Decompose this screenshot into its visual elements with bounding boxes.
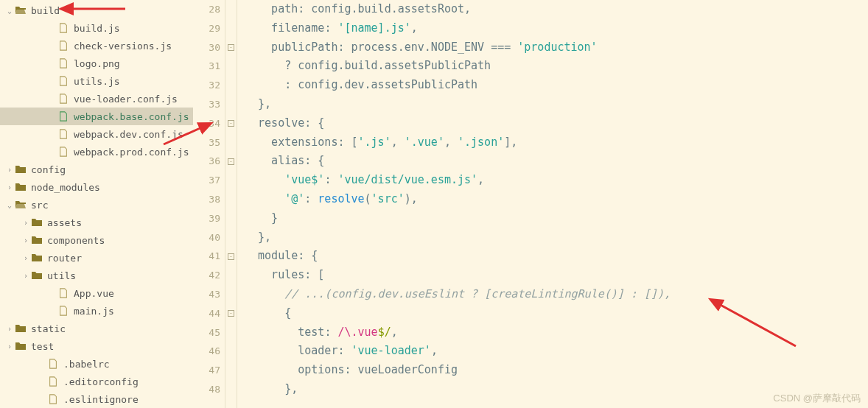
fold-cell[interactable] [225, 209, 237, 228]
fold-cell[interactable] [225, 361, 237, 380]
chevron-icon[interactable]: › [4, 183, 15, 191]
fold-cell[interactable]: - [225, 247, 237, 266]
code-line[interactable]: module: { [245, 247, 868, 266]
code-line[interactable]: } [245, 209, 868, 228]
token: rules [245, 268, 304, 281]
fold-cell[interactable]: - [225, 304, 237, 323]
tree-file-webpack.prod.conf.js[interactable]: webpack.prod.conf.js [0, 143, 193, 161]
tree-file-vue-loader.conf.js[interactable]: vue-loader.conf.js [0, 90, 193, 108]
chevron-icon[interactable]: ⌄ [4, 7, 15, 15]
chevron-icon[interactable]: › [21, 236, 31, 245]
code-line[interactable]: options: vueLoaderConfig [245, 361, 868, 380]
chevron-icon[interactable]: › [4, 166, 15, 174]
chevron-icon[interactable]: › [4, 325, 15, 333]
tree-folder-src[interactable]: ⌄src [0, 196, 193, 214]
token: === [491, 41, 517, 54]
tree-file-main.js[interactable]: main.js [0, 302, 193, 320]
code-line[interactable]: { [245, 304, 868, 323]
tree-file-build.js[interactable]: build.js [0, 19, 193, 37]
token: // ...(config.dev.useEslint ? [createLin… [245, 287, 671, 300]
fold-toggle-icon[interactable]: - [228, 310, 234, 317]
code-line[interactable]: loader: 'vue-loader', [245, 342, 868, 361]
chevron-icon[interactable]: › [21, 219, 31, 227]
line-number: 40 [193, 228, 220, 247]
tree-item-label: main.js [74, 306, 114, 317]
code-line[interactable]: rules: [ [245, 266, 868, 285]
chevron-icon[interactable]: › [21, 254, 31, 262]
fold-cell[interactable] [225, 19, 237, 38]
token: alias [245, 154, 304, 167]
code-line[interactable]: test: /\.vue$/, [245, 323, 868, 342]
fold-cell[interactable] [225, 0, 237, 19]
code-line[interactable]: filename: '[name].js', [245, 19, 868, 38]
fold-gutter[interactable]: ----- [225, 0, 237, 408]
fold-toggle-icon[interactable]: - [228, 44, 234, 51]
code-line[interactable]: publicPath: process.env.NODE_ENV === 'pr… [245, 38, 868, 57]
fold-cell[interactable]: - [225, 152, 237, 171]
fold-toggle-icon[interactable]: - [228, 253, 234, 260]
code-editor[interactable]: 2829303132333435363738394041424344454647… [193, 0, 868, 408]
tree-folder-router[interactable]: ›router [0, 249, 193, 267]
token: /\.vue [337, 326, 377, 339]
tree-folder-utils[interactable]: ›utils [0, 267, 193, 284]
fold-toggle-icon[interactable]: - [228, 120, 234, 127]
tree-folder-components[interactable]: ›components [0, 231, 193, 249]
fold-cell[interactable] [225, 342, 237, 361]
tree-folder-node_modules[interactable]: ›node_modules [0, 178, 193, 196]
fold-cell[interactable] [225, 323, 237, 342]
file-icon [47, 376, 59, 387]
fold-toggle-icon[interactable]: - [228, 158, 234, 165]
fold-cell[interactable] [225, 171, 237, 190]
fold-cell[interactable] [225, 266, 237, 285]
fold-cell[interactable] [225, 380, 237, 399]
code-line[interactable]: path: config.build.assetsRoot, [245, 0, 868, 19]
tree-file-utils.js[interactable]: utils.js [0, 72, 193, 90]
fold-cell[interactable] [225, 228, 237, 247]
tree-folder-build[interactable]: ⌄build [0, 1, 193, 19]
code-line[interactable]: : config.dev.assetsPublicPath [245, 76, 868, 95]
file-icon [57, 287, 69, 299]
code-content[interactable]: path: config.build.assetsRoot, filename:… [237, 0, 868, 408]
fold-cell[interactable] [225, 190, 237, 209]
folder-icon [31, 270, 43, 281]
fold-cell[interactable]: - [225, 38, 237, 57]
folder-icon [15, 4, 27, 16]
fold-cell[interactable] [225, 95, 237, 114]
code-line[interactable]: '@': resolve('src'), [245, 190, 868, 209]
fold-cell[interactable] [225, 285, 237, 304]
code-line[interactable]: alias: { [245, 152, 868, 171]
tree-item-label: node_modules [31, 182, 100, 193]
code-line[interactable]: ? config.build.assetsPublicPath [245, 57, 868, 76]
tree-folder-test[interactable]: ›test [0, 337, 193, 355]
tree-folder-config[interactable]: ›config [0, 161, 193, 178]
fold-cell[interactable]: - [225, 114, 237, 133]
chevron-icon[interactable]: › [4, 342, 15, 351]
tree-file-check-versions.js[interactable]: check-versions.js [0, 37, 193, 54]
token: 'vue/dist/vue.esm.js' [337, 173, 477, 186]
code-line[interactable]: }, [245, 95, 868, 114]
tree-file-webpack.dev.conf.js[interactable]: webpack.dev.conf.js [0, 125, 193, 143]
tree-folder-static[interactable]: ›static [0, 320, 193, 337]
code-line[interactable]: // ...(config.dev.useEslint ? [createLin… [245, 285, 868, 304]
code-line[interactable]: resolve: { [245, 114, 868, 133]
line-number: 36 [193, 152, 220, 171]
code-line[interactable]: extensions: ['.js', '.vue', '.json'], [245, 133, 868, 152]
tree-file-logo.png[interactable]: logo.png [0, 54, 193, 72]
tree-file-App.vue[interactable]: App.vue [0, 284, 193, 302]
fold-cell[interactable] [225, 57, 237, 76]
tree-file-.editorconfig[interactable]: .editorconfig [0, 373, 193, 390]
code-line[interactable]: }, [245, 228, 868, 247]
fold-cell[interactable] [225, 133, 237, 152]
tree-file-webpack.base.conf.js[interactable]: webpack.base.conf.js [0, 108, 193, 125]
fold-cell[interactable] [225, 76, 237, 95]
code-line[interactable]: 'vue$': 'vue/dist/vue.esm.js', [245, 171, 868, 190]
tree-folder-assets[interactable]: ›assets [0, 214, 193, 231]
tree-file-.babelrc[interactable]: .babelrc [0, 355, 193, 373]
file-icon [57, 110, 69, 122]
file-explorer[interactable]: ⌄buildbuild.jscheck-versions.jslogo.pngu… [0, 0, 193, 408]
chevron-icon[interactable]: ⌄ [4, 201, 15, 209]
token: 'vue$' [284, 173, 324, 186]
tree-file-.eslintignore[interactable]: .eslintignore [0, 390, 193, 408]
chevron-icon[interactable]: › [21, 272, 31, 280]
token: , [391, 136, 405, 149]
